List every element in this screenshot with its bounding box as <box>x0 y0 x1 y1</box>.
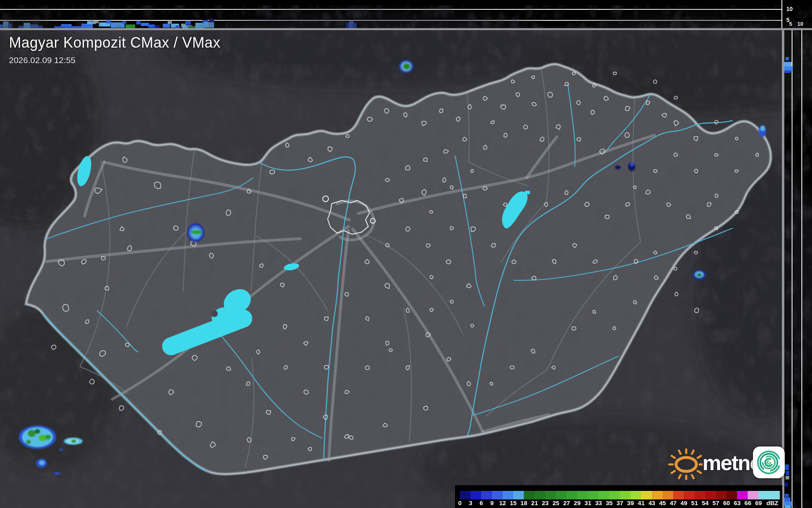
radar-echo-sw-small <box>36 459 47 468</box>
colorbar-tick-label: 15 <box>510 499 517 506</box>
radar-echo-east-cell <box>693 270 706 280</box>
metnet-app-icon <box>753 446 785 478</box>
colorbar-tick-label: 29 <box>574 499 581 506</box>
colorbar-segment <box>620 491 630 499</box>
echo-pixel <box>155 25 160 28</box>
colorbar-segment <box>545 491 556 499</box>
colorbar-tick-label: 47 <box>670 499 677 506</box>
colorbar-tick-label: 45 <box>659 499 666 506</box>
echo-pixel <box>106 20 111 23</box>
echo-pixel <box>81 24 93 29</box>
colorbar-segment <box>705 491 716 499</box>
echo-pixel <box>168 21 172 24</box>
echo-pixel <box>122 21 126 24</box>
echo-pixel <box>61 24 72 26</box>
echo-pixel <box>94 21 98 23</box>
colorbar-tick-label: 6 <box>479 499 483 506</box>
echo-pixel <box>785 494 789 497</box>
colorbar-segment <box>673 491 684 499</box>
colorbar-tick-label: 60 <box>723 499 730 506</box>
colorbar-segment <box>758 491 779 499</box>
echo-pixel <box>148 24 155 28</box>
colorbar-segment <box>460 491 471 499</box>
colorbar-segment <box>641 491 652 499</box>
title-block: Magyar Kompozit CMax / VMax 2026.02.09 1… <box>9 34 221 65</box>
colorbar-tick-label: 66 <box>744 499 751 506</box>
radar-echo-west-cell <box>187 223 204 242</box>
echo-pixel <box>141 23 149 26</box>
echo-pixel <box>163 24 170 28</box>
colorbar-tick-label: 23 <box>542 499 549 506</box>
radar-echo-e-border-cell <box>759 125 766 137</box>
colorbar-tick-label: 25 <box>552 499 559 506</box>
top-strip-scale-10: 10 <box>786 6 793 12</box>
frame-horizontal <box>0 28 812 30</box>
echo-pixel <box>209 19 214 22</box>
metnet-logo: metnet <box>668 446 790 482</box>
colorbar-tick-label: 31 <box>584 499 591 506</box>
colorbar-segment <box>716 491 727 499</box>
colorbar-segment <box>630 491 641 499</box>
page-title: Magyar Kompozit CMax / VMax <box>9 34 221 51</box>
radar-echo-sw-dash <box>54 472 60 475</box>
colorbar-segment <box>684 491 694 499</box>
radar-echo-sw-dot <box>59 449 63 451</box>
timestamp: 2026.02.09 12:55 <box>9 55 221 65</box>
colorbar-tick-label: 35 <box>606 499 613 506</box>
radar-map-canvas <box>0 0 812 508</box>
right-strip-scale-5: 5 <box>789 21 792 27</box>
echo-pixel <box>125 24 135 28</box>
colorbar-tick-label: 43 <box>648 499 655 506</box>
colorbar-tick-label: 49 <box>681 499 687 506</box>
colorbar-segment <box>663 491 673 499</box>
colorbar-labels: 0369121518212325272931333537394143454749… <box>460 499 786 508</box>
colorbar-segment <box>524 491 534 499</box>
colorbar-segment <box>748 491 758 499</box>
radar-echo-ne-dot-small <box>615 165 621 169</box>
echo-pixel <box>785 70 790 73</box>
echo-pixel <box>176 26 180 29</box>
colorbar-tick-label: 63 <box>734 499 741 506</box>
colorbar-segment <box>694 491 705 499</box>
radar-composite-app: Magyar Kompozit CMax / VMax 2026.02.09 1… <box>0 0 812 508</box>
colorbar-segment <box>588 491 598 499</box>
colorbar-segment <box>727 491 737 499</box>
colorbar-tick-label: 27 <box>563 499 570 506</box>
colorbar-tick-label: 3 <box>469 499 472 506</box>
colorbar-segment <box>513 491 524 499</box>
colorbar-tick-label: 33 <box>595 499 602 506</box>
colorbar-segment <box>534 491 545 499</box>
colorbar-segment <box>567 491 577 499</box>
colorbar-segment <box>492 491 503 499</box>
echo-pixel <box>785 482 788 486</box>
colorbar-segment <box>471 491 481 499</box>
spiral-icon <box>753 446 785 478</box>
sun-icon <box>668 446 703 480</box>
colorbar-segment <box>737 491 748 499</box>
colorbar-segment <box>598 491 609 499</box>
radar-echo-sw-cluster-east <box>64 438 83 445</box>
colorbar-segment <box>503 491 513 499</box>
right-strip-scale-10: 10 <box>797 21 803 27</box>
colorbar-tick-label: 69 <box>755 499 762 506</box>
colorbar-tick-label: 21 <box>531 499 538 506</box>
terrain-map <box>0 12 812 508</box>
colorbar-tick-label: 39 <box>627 499 634 506</box>
colorbar-segment <box>609 491 620 499</box>
echo-pixel <box>786 57 789 60</box>
colorbar-tick-label: 18 <box>521 499 527 506</box>
frame-vertical <box>782 28 784 508</box>
radar-echo-sw-cluster-main <box>19 425 56 449</box>
colorbar-tick-label: 57 <box>712 499 719 506</box>
echo-pixel <box>185 21 191 25</box>
colorbar-tick-label: 54 <box>702 499 709 506</box>
radar-echo-north-cell <box>399 60 414 73</box>
echo-pixel <box>136 21 140 24</box>
colorbar-segment <box>652 491 662 499</box>
colorbar-tick-label: 12 <box>499 499 506 506</box>
colorbar-tick-label: 37 <box>617 499 624 506</box>
colorbar-segment <box>481 491 492 499</box>
colorbar-tick-label: 9 <box>490 499 493 506</box>
colorbar-segment <box>556 491 567 499</box>
echo-pixel <box>785 505 791 508</box>
